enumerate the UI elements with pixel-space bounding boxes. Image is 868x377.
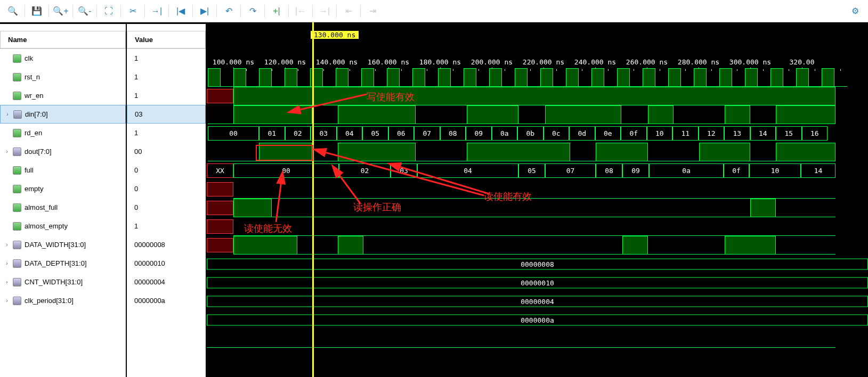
expander-icon[interactable]: › <box>3 298 11 304</box>
ruler-tick-label: 100.000 ns <box>213 58 254 66</box>
value-row[interactable]: 1 <box>127 49 206 68</box>
wave-segment <box>464 68 476 87</box>
next-edge-icon[interactable]: →| <box>316 3 333 20</box>
prev-tran-icon[interactable]: ⇤ <box>340 3 357 20</box>
bus-value: 07 <box>414 126 440 141</box>
wave-segment <box>643 68 655 87</box>
arrow-rd-en-invalid <box>271 177 303 226</box>
value-row[interactable]: 0 <box>127 179 206 198</box>
value-row[interactable]: 00 <box>127 142 206 161</box>
prev-edge-icon[interactable]: |← <box>292 3 309 20</box>
value-row[interactable]: 03 <box>127 105 206 124</box>
cut-cursor-icon[interactable]: ✂ <box>124 3 141 20</box>
signal-row-rd_en[interactable]: rd_en <box>0 124 126 142</box>
value-header: Value <box>127 31 206 49</box>
signal-value: 00000008 <box>130 241 165 249</box>
go-start-icon[interactable]: |◀ <box>172 3 189 20</box>
signal-row-empty[interactable]: empty <box>0 179 126 198</box>
signal-row-DATA_WIDTH310[interactable]: › DATA_WIDTH[31:0] <box>0 235 126 254</box>
signal-row-full[interactable]: full <box>0 161 126 179</box>
signal-icon <box>13 110 22 119</box>
waveform-area[interactable]: 130.000 ns 100.000 ns120.000 ns140.000 n… <box>207 22 868 377</box>
expander-icon[interactable]: › <box>3 242 11 248</box>
step-back-icon[interactable]: ↶ <box>220 3 237 20</box>
const-value: 00000008 <box>207 258 868 269</box>
bus-value: 0a <box>649 163 724 178</box>
signal-value: 1 <box>130 73 138 81</box>
save-icon[interactable]: 💾 <box>28 3 45 20</box>
signal-value: 00000004 <box>130 278 165 286</box>
wave-segment <box>776 105 835 124</box>
svg-line-1 <box>276 181 281 222</box>
signal-row-dout70[interactable]: › dout[7:0] <box>0 142 126 161</box>
bus-value: 0f <box>621 126 647 141</box>
value-row[interactable]: 00000004 <box>127 273 206 291</box>
bus-value: 0c <box>543 126 570 141</box>
next-tran-icon[interactable]: ⇥ <box>364 3 381 20</box>
add-marker-icon[interactable]: →| <box>148 3 165 20</box>
bus-value: 0b <box>517 126 543 141</box>
wave-segment <box>207 347 835 348</box>
signal-row-clk[interactable]: clk <box>0 49 126 68</box>
annot-wr-en-valid: 写使能有效 <box>367 91 415 103</box>
value-row[interactable]: 0 <box>127 198 206 217</box>
go-end-icon[interactable]: ▶| <box>196 3 213 20</box>
wave-segment <box>725 236 776 255</box>
signal-row-wr_en[interactable]: wr_en <box>0 86 126 105</box>
signal-name: full <box>23 166 34 174</box>
signal-value: 00000010 <box>130 259 165 267</box>
wave-segment <box>668 68 681 87</box>
step-fwd-icon[interactable]: ↷ <box>244 3 261 20</box>
value-row[interactable]: 0 <box>127 161 206 179</box>
wave-CNT_WIDTH: 00000004 <box>207 292 868 310</box>
bus-value: 12 <box>699 126 725 141</box>
wave-din: 000102030405060708090a0b0c0d0e0f10111213… <box>207 124 868 143</box>
signal-value: 03 <box>131 110 142 118</box>
ruler-tick-label: 280.000 ns <box>678 58 719 66</box>
time-ruler[interactable]: 100.000 ns120.000 ns140.000 ns160.000 ns… <box>207 47 868 68</box>
signal-row-din70[interactable]: › din[7:0] <box>0 105 126 124</box>
signal-icon <box>13 129 21 137</box>
expander-icon[interactable]: › <box>3 260 11 266</box>
value-row[interactable]: 1 <box>127 217 206 235</box>
search-icon[interactable]: 🔍 <box>4 3 21 20</box>
settings-icon[interactable]: ⚙ <box>847 3 864 20</box>
signal-row-clk_period310[interactable]: › clk_period[31:0] <box>0 291 126 310</box>
signal-row-CNT_WIDTH310[interactable]: › CNT_WIDTH[31:0] <box>0 273 126 291</box>
value-row[interactable]: 1 <box>127 124 206 142</box>
signal-row-rst_n[interactable]: rst_n <box>0 68 126 86</box>
signal-value: 00 <box>130 147 142 155</box>
zoom-out-icon[interactable]: 🔍- <box>76 3 93 20</box>
expander-icon[interactable]: › <box>4 111 11 117</box>
value-row[interactable]: 0000000a <box>127 291 206 310</box>
highlight-box-rd-en <box>256 145 313 161</box>
wave-segment <box>694 68 707 87</box>
toolbar: 🔍 💾 🔍+ 🔍- ⛶ ✂ →| |◀ ▶| ↶ ↷ +| |← →| ⇤ ⇥ … <box>0 0 868 22</box>
bus-value: 09 <box>466 126 492 141</box>
wave-segment <box>233 199 272 217</box>
zoom-in-icon[interactable]: 🔍+ <box>52 3 69 20</box>
signal-icon <box>13 297 21 305</box>
signal-name: DATA_WIDTH[31:0] <box>23 241 86 249</box>
zoom-fit-icon[interactable]: ⛶ <box>100 3 117 20</box>
wave-almost-empty <box>207 236 868 255</box>
value-row[interactable]: 1 <box>127 68 206 86</box>
cursor-line[interactable] <box>312 22 314 377</box>
expander-icon[interactable]: › <box>3 149 11 154</box>
wave-segment <box>540 68 553 87</box>
signal-row-almost_full[interactable]: almost_full <box>0 198 126 217</box>
bus-value: XX <box>207 163 233 178</box>
signal-row-DATA_DEPTH310[interactable]: › DATA_DEPTH[31:0] <box>0 254 126 273</box>
value-row[interactable]: 1 <box>127 86 206 105</box>
value-row[interactable]: 00000010 <box>127 254 206 273</box>
add-cursor-icon[interactable]: +| <box>268 3 285 20</box>
ruler-tick-label: 140.000 ns <box>316 58 358 66</box>
signal-value: 1 <box>130 92 138 100</box>
bus-value: 11 <box>672 126 699 141</box>
signal-row-almost_empty[interactable]: almost_empty <box>0 217 126 235</box>
expander-icon[interactable]: › <box>3 279 11 285</box>
arrow-wr-en <box>292 89 372 117</box>
name-panel: Name clk rst_n wr_en› din[7:0] rd_en› do… <box>0 22 127 377</box>
wave-segment <box>515 68 528 87</box>
value-row[interactable]: 00000008 <box>127 235 206 254</box>
